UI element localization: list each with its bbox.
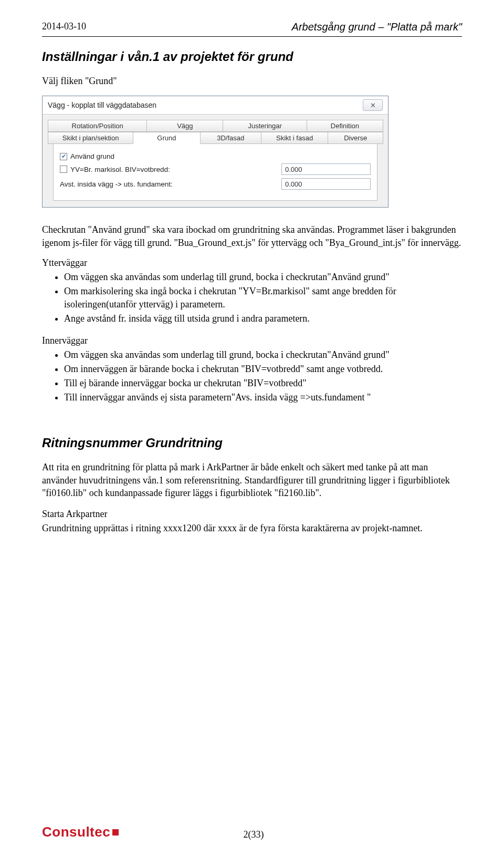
tab-3d-fasad[interactable]: 3D/fasad (200, 132, 261, 144)
header-date: 2014-03-10 (42, 21, 86, 32)
list-item: Ange avstånd fr. insida vägg till utsida… (64, 312, 462, 325)
list-item: Till innerväggar används ej sista parame… (64, 391, 462, 404)
inner-walls-heading: Innerväggar (42, 335, 462, 346)
list-item: Om väggen ska användas som underlag till… (64, 271, 462, 284)
outer-walls-heading: Ytterväggar (42, 257, 462, 269)
wall-dialog: Vägg - kopplat till väggdatabasen ✕ Rota… (42, 96, 388, 208)
logo-text: Consultec (42, 824, 110, 840)
section1-intro: Välj fliken "Grund" (42, 75, 462, 87)
tab-diverse[interactable]: Diverse (328, 132, 383, 144)
tab-row-2: Skikt i plan/sektion Grund 3D/fasad Skik… (48, 132, 383, 144)
avst-row: Avst. insida vägg -> uts. fundament: (60, 178, 371, 190)
tab-grund[interactable]: Grund (133, 132, 201, 144)
list-item: Om innerväggen är bärande bocka i chekru… (64, 363, 462, 376)
dialog-title: Vägg - kopplat till väggdatabasen (48, 101, 156, 109)
tab-skikt-plan-sektion[interactable]: Skikt i plan/sektion (48, 132, 133, 144)
section2-p2-body: Grundritning upprättas i ritning xxxx120… (42, 522, 462, 534)
inner-walls-list: Om väggen ska användas som underlag till… (42, 348, 462, 405)
section1-title: Inställningar i vån.1 av projektet för g… (42, 49, 462, 64)
tab-row-1: Rotation/Position Vägg Justeringar Defin… (48, 120, 383, 132)
tab-definition[interactable]: Definition (307, 120, 383, 132)
yv-value-input[interactable] (281, 163, 371, 175)
outer-walls-list: Om väggen ska användas som underlag till… (42, 271, 462, 326)
tab-vagg[interactable]: Vägg (146, 120, 223, 132)
list-item: Till ej bärande innerväggar bocka ur che… (64, 377, 462, 390)
checkbox-anvand-grund-row: ✔ Använd grund (60, 152, 371, 160)
header-doc-title: Arbetsgång grund – "Platta på mark" (292, 21, 462, 33)
section2-title: Ritningsnummer Grundritning (42, 436, 462, 450)
checkbox-yv-biv-label: YV=Br. markisol. BIV=votbredd: (70, 166, 170, 173)
dialog-body: ✔ Använd grund YV=Br. markisol. BIV=votb… (53, 144, 377, 201)
page-footer: Consultec 2(33) (42, 824, 462, 840)
list-item: Om väggen ska användas som underlag till… (64, 348, 462, 362)
consultec-logo: Consultec (42, 824, 119, 840)
page-header: 2014-03-10 Arbetsgång grund – "Platta på… (42, 21, 462, 33)
tab-skikt-i-fasad[interactable]: Skikt i fasad (261, 132, 329, 144)
dialog-titlebar: Vägg - kopplat till väggdatabasen ✕ (43, 96, 388, 115)
list-item: Om markisolering ska ingå bocka i chekru… (64, 285, 462, 311)
para-after-dialog: Checkrutan "Använd grund" ska vara ibock… (42, 223, 462, 249)
section2-p1: Att rita en grundritning för platta på m… (42, 461, 462, 499)
checkbox-yv-biv[interactable] (60, 166, 67, 173)
header-rule (42, 36, 462, 37)
tab-justeringar[interactable]: Justeringar (223, 120, 307, 132)
yv-row: YV=Br. markisol. BIV=votbredd: (60, 163, 371, 175)
logo-mark-icon (112, 829, 119, 836)
tab-rotation-position[interactable]: Rotation/Position (48, 120, 147, 132)
checkbox-anvand-grund-label: Använd grund (70, 152, 114, 160)
checkbox-anvand-grund[interactable]: ✔ (60, 153, 67, 160)
avst-label: Avst. insida vägg -> uts. fundament: (60, 180, 173, 188)
close-icon[interactable]: ✕ (363, 99, 383, 111)
section2-p2-lead: Starta Arkpartner (42, 508, 462, 520)
page-number: 2(33) (119, 829, 388, 840)
dialog-tabs: Rotation/Position Vägg Justeringar Defin… (43, 115, 388, 201)
avst-value-input[interactable] (281, 178, 371, 190)
